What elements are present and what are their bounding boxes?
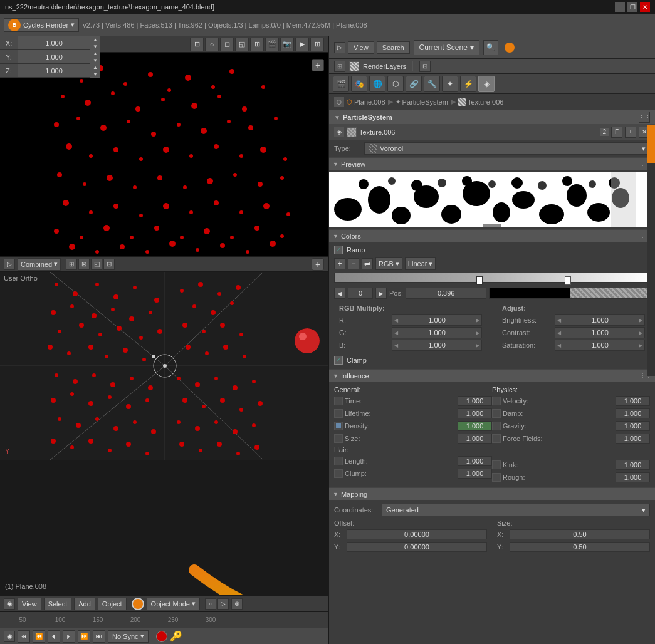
particle-system-header[interactable]: ▼ ParticleSystem ⋮⋮ xyxy=(329,110,655,124)
mapping-header[interactable]: ▼ Mapping ⋮⋮⋮ xyxy=(329,487,655,500)
jump-start-button[interactable]: ⏮ xyxy=(18,630,30,643)
ramp-add-button[interactable]: + xyxy=(334,258,345,269)
viewport-top-icon1[interactable]: ⊞ xyxy=(190,38,204,51)
ramp-remove-button[interactable]: − xyxy=(348,258,359,269)
breadcrumb-plane[interactable]: ⬡ Plane.008 xyxy=(347,98,385,106)
contrast-value[interactable]: 1.000 xyxy=(555,327,645,338)
combined-icon2[interactable]: ⊠ xyxy=(78,259,90,270)
viewport-bottom-add-button[interactable]: + xyxy=(312,258,324,271)
combined-icon3[interactable]: ◱ xyxy=(91,259,102,270)
rl-extra-icon[interactable]: ⊡ xyxy=(419,61,431,72)
record-button[interactable] xyxy=(156,631,167,642)
type-dropdown[interactable]: Voronoi ▾ xyxy=(364,142,650,155)
y-value[interactable]: 1.000 xyxy=(18,50,90,63)
length-value[interactable]: 1.000 xyxy=(458,456,492,466)
viewport-top-icon2[interactable]: ○ xyxy=(205,38,219,51)
preview-header[interactable]: ▼ Preview ⋮⋮⋮ xyxy=(329,157,655,170)
jump-end-button[interactable]: ⏭ xyxy=(93,630,105,643)
lifetime-checkbox[interactable] xyxy=(334,409,343,418)
prev-key-button[interactable]: ⏪ xyxy=(33,630,45,643)
g-value[interactable]: 1.000 xyxy=(392,327,482,338)
scene-selector[interactable]: Current Scene ▾ xyxy=(414,40,479,55)
x-value[interactable]: 1.000 xyxy=(18,36,90,49)
ramp-prev-button[interactable]: ◀ xyxy=(334,288,345,299)
y-offset-value[interactable]: 0.00000 xyxy=(347,542,487,552)
velocity-checkbox[interactable] xyxy=(492,397,501,405)
velocity-value[interactable]: 1.000 xyxy=(616,396,650,406)
z-down-arrow[interactable]: ▼ xyxy=(90,71,100,78)
render-icon[interactable]: 🎬 xyxy=(333,76,349,92)
props-header-icon[interactable]: ▷ xyxy=(334,42,345,53)
breadcrumb-particle[interactable]: ✦ ParticleSystem xyxy=(396,98,448,106)
tex-f-button[interactable]: F xyxy=(611,127,622,138)
force-value[interactable]: 1.000 xyxy=(616,434,650,444)
rl-icon[interactable]: ⊞ xyxy=(334,61,345,72)
influence-header[interactable]: ▼ Influence ⋮⋮⋮ xyxy=(329,369,655,382)
z-up-arrow[interactable]: ▲ xyxy=(90,64,100,71)
combined-icon4[interactable]: ⊡ xyxy=(103,259,115,270)
r-value[interactable]: 1.000 xyxy=(392,314,482,326)
breadcrumb-texture[interactable]: Texture.006 xyxy=(458,98,503,106)
size-value[interactable]: 1.000 xyxy=(458,434,492,444)
select-menu[interactable]: Select xyxy=(44,598,72,610)
search-button[interactable]: 🔍 xyxy=(483,40,498,55)
play-button[interactable]: ⏵ xyxy=(63,630,75,643)
viewport-top-add-button[interactable]: + xyxy=(312,59,324,71)
time-checkbox[interactable] xyxy=(334,397,343,405)
physics-icon[interactable]: ⚡ xyxy=(460,76,476,92)
particles-icon[interactable]: ✦ xyxy=(442,76,458,92)
gizmo-icon[interactable]: ◉ xyxy=(4,598,15,610)
kink-checkbox[interactable] xyxy=(492,460,501,469)
playback-gizmo[interactable]: ◉ xyxy=(4,631,15,642)
density-value[interactable]: 1.000 xyxy=(458,421,492,431)
view-menu[interactable]: View xyxy=(18,598,41,610)
viewport-top-icon5[interactable]: ⊞ xyxy=(250,38,264,51)
search-tab[interactable]: Search xyxy=(377,41,410,54)
damp-value[interactable]: 1.000 xyxy=(616,408,650,418)
viewport-top-icon8[interactable]: ▶ xyxy=(295,38,309,51)
z-value[interactable]: 1.000 xyxy=(18,64,90,77)
lifetime-value[interactable]: 1.000 xyxy=(458,408,492,418)
ramp-bar-container[interactable] xyxy=(334,273,650,285)
viewport-top-icon7[interactable]: 📷 xyxy=(280,38,294,51)
texture-num[interactable]: 2 xyxy=(600,128,609,136)
length-checkbox[interactable] xyxy=(334,457,343,465)
brightness-value[interactable]: 1.000 xyxy=(555,314,645,326)
extra-icon[interactable]: ⊛ xyxy=(231,598,243,610)
shading-icon2[interactable]: ▷ xyxy=(217,598,229,610)
props-scroll[interactable]: ▼ ParticleSystem ⋮⋮ ◈ Texture.006 2 F + … xyxy=(329,110,655,644)
ramp-handle-left[interactable] xyxy=(565,276,571,285)
x-offset-value[interactable]: 0.00000 xyxy=(347,529,487,539)
viewport-top-icon6[interactable]: 🎬 xyxy=(265,38,279,51)
y-down-arrow[interactable]: ▼ xyxy=(90,57,100,64)
viewport-top-icon3[interactable]: ◻ xyxy=(220,38,234,51)
damp-checkbox[interactable] xyxy=(492,409,501,418)
b-value[interactable]: 1.000 xyxy=(392,340,482,351)
viewport-bottom[interactable]: Y User Ortho (1) Plane.008 xyxy=(0,272,328,595)
constraint-icon[interactable]: 🔗 xyxy=(406,76,422,92)
clamp-checkbox[interactable] xyxy=(334,356,343,365)
close-button[interactable]: ✕ xyxy=(640,2,650,12)
prev-frame-button[interactable]: ⏴ xyxy=(48,630,60,643)
object-menu[interactable]: Object xyxy=(98,598,127,610)
viewport-bottom-icon0[interactable]: ▷ xyxy=(4,259,15,270)
viewport-top-icon4[interactable]: ◱ xyxy=(235,38,249,51)
vscroll-thumb[interactable] xyxy=(647,125,655,163)
minimize-button[interactable]: — xyxy=(615,2,625,12)
y-up-arrow[interactable]: ▲ xyxy=(90,50,100,57)
viewport-top-canvas[interactable]: + xyxy=(0,53,328,256)
rough-checkbox[interactable] xyxy=(492,473,501,482)
time-value[interactable]: 1.000 xyxy=(458,396,492,406)
ramp-checkbox[interactable] xyxy=(334,246,343,254)
tex-toggle-icon[interactable]: ◈ xyxy=(334,127,344,137)
breadcrumb-home-icon[interactable]: ⬡ xyxy=(334,97,344,107)
ramp-arrows-button[interactable]: ⇌ xyxy=(362,258,373,269)
kink-value[interactable]: 1.000 xyxy=(616,460,650,470)
mode-dropdown[interactable]: Object Mode ▾ xyxy=(147,598,200,610)
add-menu[interactable]: Add xyxy=(74,598,95,610)
size-checkbox[interactable] xyxy=(334,434,343,443)
object-icon[interactable]: ⬡ xyxy=(387,76,404,92)
rgb-dropdown[interactable]: RGB ▾ xyxy=(375,257,402,270)
density-checkbox[interactable] xyxy=(334,422,343,430)
tex-add-button[interactable]: + xyxy=(625,127,636,138)
